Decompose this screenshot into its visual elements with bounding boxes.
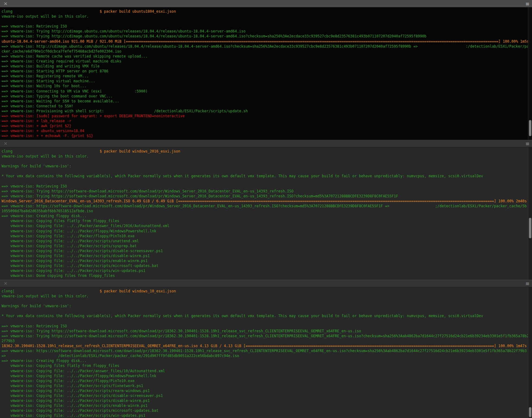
terminal-line-segment: ==> vmware-iso: Trying https://software-… (2, 189, 294, 193)
terminal-line-segment (104, 109, 154, 113)
terminal-line-segment: clong (2, 9, 12, 14)
terminal-line-segment: ==> vmware-iso: Waiting for SSH to becom… (2, 99, 119, 103)
terminal-line-segment: Windows_Server_2016_Datacenter_EVAL_en-u… (2, 199, 178, 203)
terminal-line-segment: ========================================… (246, 344, 494, 348)
terminal-line-segment: vmware-iso: Done copying files from flop… (2, 274, 115, 278)
terminal-line-segment: ==> vmware-iso: Retrieving ISO (2, 324, 67, 328)
terminal-line-segment: ==> vmware-iso: Retrieving ISO (2, 184, 67, 188)
terminal-line-segment: $ packer build windows_2016_esxi.json (100, 149, 180, 153)
window-titlebar[interactable]: × ≡ (0, 140, 532, 147)
terminal-line-segment: vmware-iso: Copying file: ../../Packer/s… (2, 399, 150, 403)
terminal-line-segment: ==> vmware-iso: Trying https://software-… (2, 334, 529, 338)
terminal-window-windows2016-build: × ≡ clong $ packer build windows_2016_es… (0, 140, 532, 280)
scrollbar-track[interactable] (528, 147, 532, 280)
terminal-line-segment: vmware-iso output will be in this color. (2, 14, 89, 19)
terminal-line-segment: ==> vmware-iso: Provisioning with shell … (2, 109, 104, 113)
window-titlebar[interactable]: × ≡ (0, 0, 532, 7)
terminal-line-segment: Warnings for build 'vmware-iso': (2, 304, 71, 308)
terminal-line-segment: vmware-iso: Copying files flatly from fl… (2, 364, 119, 368)
terminal-line-segment (418, 44, 466, 49)
terminal-line-segment: vmware-iso: Copying file: ../../Packer/s… (2, 264, 159, 268)
window-titlebar[interactable]: × ≡ (0, 280, 532, 287)
terminal-line-segment: vmware-iso: Copying file: ../../Packer/s… (2, 384, 143, 388)
terminal-line-segment: ==> vmware-iso: Creating floppy disk... (2, 214, 86, 218)
terminal-line-segment: ==> vmware-iso: Starting virtual machine… (2, 79, 95, 83)
terminal-line-segment: => (2, 354, 6, 358)
terminal-line-segment: clong (2, 149, 12, 153)
terminal-line-segment: ==> vmware-iso: http://cdimage.ubuntu.co… (2, 44, 418, 49)
terminal-line-segment: vmware-iso: Copying file: ../../Packer/s… (2, 389, 150, 393)
terminal-line-segment: vmware-iso: Copying file: ../../Packer/f… (2, 379, 134, 383)
terminal-line-segment: vmware-iso output will be in this color. (2, 294, 89, 298)
terminal-line-segment: ==> vmware-iso: https://software-downloa… (2, 204, 390, 208)
terminal-line-segment: 18362.30.190401-1528.19h1_release_svc_re… (2, 344, 246, 348)
close-icon[interactable]: × (3, 141, 8, 146)
menu-icon[interactable]: ≡ (526, 281, 529, 286)
terminal-content: clong $ packer build ubuntu1804_esxi.jso… (0, 7, 532, 140)
scrollbar-track[interactable] (528, 7, 532, 140)
menu-icon[interactable]: ≡ (526, 141, 529, 146)
terminal-output-windows2016[interactable]: clong $ packer build windows_2016_esxi.j… (0, 147, 532, 278)
terminal-line-segment: ==> vmware-iso: Trying https://software-… (2, 194, 398, 198)
terminal-output-ubuntu1804[interactable]: clong $ packer build ubuntu1804_esxi.jso… (0, 7, 532, 138)
terminal-line-segment (390, 204, 435, 208)
terminal-line-segment: ==> vmware-iso: Creating required virtua… (2, 59, 121, 63)
terminal-line-segment: vmware-iso: Copying file: ../../Packer/s… (2, 269, 145, 273)
terminal-line-segment: ========================================… (126, 39, 498, 44)
scrollbar-thumb[interactable] (529, 120, 531, 136)
terminal-window-stack: × ≡ clong $ packer build ubuntu1804_esxi… (0, 0, 532, 418)
close-icon[interactable]: × (3, 281, 8, 286)
terminal-line-segment: /detectionlab/ESXi/Packer/scripts/update… (154, 109, 248, 113)
terminal-line-segment: * Your vmx data contains the following v… (2, 174, 483, 178)
terminal-line-segment: ==> vmware-iso: Waiting 10s for boot... (2, 84, 86, 88)
terminal-line-segment: ==> vmware-iso: Connecting to VM via VNC… (2, 89, 102, 93)
terminal-line-segment: vmware-iso: Copying file: ../../Packer/s… (2, 394, 163, 398)
terminal-line-segment: ==> vmware-iso: Trying http://cdimage.ub… (2, 34, 426, 38)
terminal-line-segment: vmware-iso: Copying file: ../../Packer/a… (2, 224, 169, 228)
terminal-line-segment: vmware-iso: Copying file: ../../Packer/s… (2, 413, 145, 418)
terminal-line-segment: vmware-iso: Copying file: ../../Packer/f… (2, 229, 156, 233)
terminal-line-segment: $ packer build ubuntu1804_esxi.json (100, 9, 176, 14)
terminal-line-segment: vmware-iso: Copying file: ../../Packer/s… (2, 239, 139, 243)
terminal-line-segment: vmware-iso: Copying file: ../../Packer/s… (2, 259, 147, 263)
terminal-output-windows10[interactable]: clong| $ packer build windows_10_esxi.js… (0, 287, 532, 418)
close-icon[interactable]: × (3, 1, 8, 6)
terminal-line-segment: ] 100.00% 1m5s (498, 39, 529, 44)
terminal-line-segment: ==> vmware-iso: + + echoawk -F. {print $… (2, 134, 93, 138)
terminal-line-segment: vmware-iso: Copying file: ../../Packer/s… (2, 254, 150, 258)
terminal-line-segment: vmware-iso: Copying file: ../../Packer/a… (2, 369, 165, 373)
terminal-line-segment: ==> vmware-iso: Registering remote VM... (2, 74, 89, 78)
terminal-line-segment (12, 9, 99, 14)
terminal-line-segment: ==> vmware-iso: Building and writing VMX… (2, 64, 100, 68)
terminal-content: clong $ packer build windows_2016_esxi.j… (0, 147, 532, 280)
scrollbar-track[interactable] (528, 287, 532, 418)
terminal-line-segment: ==> vmware-iso: Retrieving ISO (2, 24, 67, 28)
terminal-line-segment: /detectionlab/ESXi/Packer/packer_cache/2… (58, 354, 239, 358)
terminal-line-segment: ] 100.00% 2m40s (494, 199, 527, 203)
terminal-line-segment: ========================================… (178, 199, 494, 203)
terminal-line-segment (12, 149, 99, 153)
scrollbar-thumb[interactable] (529, 218, 531, 238)
terminal-line-segment: vmware-iso: Copying file: ../../Packer/f… (2, 234, 134, 238)
terminal-line-segment: vmware-iso: Copying file: ../../Packer/s… (2, 249, 163, 253)
terminal-line-segment: Warnings for build 'vmware-iso': (2, 164, 71, 168)
terminal-line-segment: vmware-iso: Copying files flatly from fl… (2, 219, 119, 223)
terminal-line-segment: * Your vmx data contains the following v… (2, 314, 483, 318)
scrollbar-thumb[interactable] (529, 407, 531, 417)
terminal-line-segment: vmware-iso: Copying file: ../../Packer/s… (2, 408, 159, 413)
terminal-line-segment: ==> vmware-iso: Typing the boot command … (2, 94, 113, 98)
terminal-line-segment: ==> vmware-iso: Remote cache was verifie… (2, 54, 147, 58)
terminal-line-segment: ==> vmware-iso: + lsb_release -r (2, 119, 71, 123)
terminal-line-segment: ==> vmware-iso: + awk {print $2} (2, 124, 71, 128)
menu-icon[interactable]: ≡ (526, 1, 529, 6)
terminal-line-segment: ubuntu-18.04.4-server-amd64.iso 921.00 M… (2, 39, 126, 44)
terminal-line-segment: vmware-iso: Copying file: ../../Packer/f… (2, 374, 156, 378)
terminal-line-segment (6, 354, 58, 358)
terminal-line-segment: $ packer build windows_10_esxi.json (100, 289, 176, 293)
terminal-line-segment: ==> vmware-iso: + ubuntu_version=18.04 (2, 129, 84, 133)
terminal-content: clong| $ packer build windows_10_esxi.js… (0, 287, 532, 418)
terminal-line-segment: ] 100.00% 1m47s (494, 344, 527, 348)
terminal-line-segment: 1055098d7ba8d2d635babf6bb76518512afbde.i… (2, 209, 93, 213)
terminal-line-segment: ==> vmware-iso: Trying https://software-… (2, 329, 361, 333)
terminal-line-segment: ==> vmware-iso: Connected to SSH! (2, 104, 73, 108)
